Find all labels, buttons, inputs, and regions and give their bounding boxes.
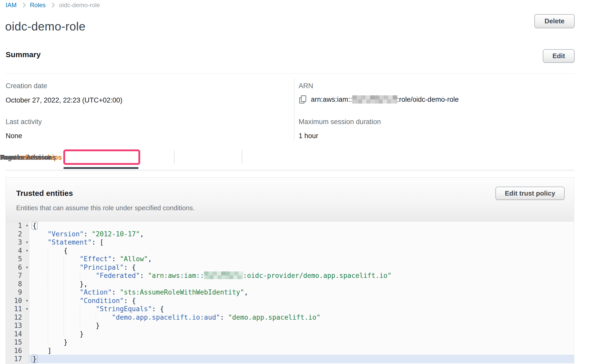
edit-summary-button[interactable]: Edit	[543, 49, 575, 63]
breadcrumb-chevron-icon	[21, 3, 26, 8]
field-arn: ARN arn:aws:iam:::role/oidc-demo-role	[299, 82, 459, 104]
code-line-2: 2"Version": "2012-10-17",	[6, 230, 574, 238]
arn-label: ARN	[299, 82, 459, 90]
line-number: 14	[6, 330, 29, 338]
indent-guide	[96, 314, 96, 321]
arn-value-prefix: arn:aws:iam::	[311, 96, 352, 104]
code-line-16: 16]	[6, 347, 574, 355]
code-line-empty	[6, 363, 574, 364]
trusted-entities-header: Trusted entities Entities that can assum…	[6, 178, 574, 221]
code-content: "Statement": [	[29, 238, 574, 247]
line-number: 10▾	[6, 297, 29, 305]
field-last-activity: Last activity None	[6, 118, 42, 140]
code-content: },	[29, 280, 574, 288]
copy-icon[interactable]	[299, 95, 307, 104]
indent-guide	[48, 289, 48, 296]
annotation-highlight-box	[63, 149, 140, 165]
code-content: "Federated": "arn:aws:iam:::oidc-provide…	[29, 271, 574, 280]
indent-guide	[48, 264, 48, 271]
line-number: 2	[6, 230, 29, 238]
max-session-value: 1 hour	[299, 132, 381, 140]
matched-bracket: {	[32, 221, 38, 230]
fold-arrow-icon[interactable]: ▾	[26, 296, 28, 305]
code-line-13: 13}	[6, 321, 574, 330]
breadcrumb-link-iam[interactable]: IAM	[6, 2, 17, 9]
code-line-6: 6▾"Principal": {	[6, 263, 574, 272]
tab-separator	[242, 150, 242, 164]
indent-guide	[48, 314, 48, 321]
creation-date-label: Creation date	[6, 82, 123, 90]
matched-bracket: }	[32, 355, 38, 363]
role-tabs: PermissionsTrust relationshipsTagsAccess…	[0, 150, 590, 170]
trust-policy-editor[interactable]: 1▾{2"Version": "2012-10-17",3▾"Statement…	[6, 221, 574, 364]
field-creation-date: Creation date October 27, 2022, 22:23 (U…	[6, 82, 123, 104]
field-max-session-duration: Maximum session duration 1 hour	[299, 118, 381, 140]
edit-trust-policy-button[interactable]: Edit trust policy	[495, 187, 565, 200]
line-number: 3▾	[6, 238, 29, 247]
summary-column-divider	[294, 77, 294, 140]
fold-arrow-icon[interactable]: ▾	[26, 305, 28, 313]
indent-guide	[64, 255, 64, 263]
line-number	[6, 363, 29, 364]
code-line-9: 9"Action": "sts:AssumeRoleWithWebIdentit…	[6, 288, 574, 297]
line-number: 5	[6, 255, 29, 263]
line-number: 6▾	[6, 263, 29, 272]
line-number: 15	[6, 338, 29, 347]
tab-revoke-sessions[interactable]: Revoke sessions	[0, 154, 56, 161]
indent-guide	[64, 305, 64, 313]
line-number: 8	[6, 280, 29, 288]
code-content: {	[29, 247, 574, 255]
code-content: }	[29, 321, 574, 330]
code-line-14: 14}	[6, 330, 574, 338]
breadcrumb-link-roles[interactable]: Roles	[30, 2, 46, 9]
indent-guide	[48, 330, 48, 338]
line-number: 16	[6, 347, 29, 355]
code-line-17: 17}	[6, 355, 574, 363]
trusted-entities-subtitle: Entities that can assume this role under…	[16, 204, 195, 212]
indent-guide	[64, 314, 64, 321]
redacted-account-id	[204, 271, 243, 279]
delete-button[interactable]: Delete	[534, 14, 575, 28]
indent-guide	[48, 297, 48, 305]
fold-arrow-icon[interactable]: ▾	[26, 221, 28, 230]
line-number: 12	[6, 313, 29, 322]
code-line-4: 4▾{	[6, 247, 574, 255]
line-number: 17	[6, 355, 29, 363]
tab-separator	[174, 150, 175, 164]
indent-guide	[64, 280, 64, 288]
fold-arrow-icon[interactable]: ▾	[26, 246, 28, 255]
indent-guide	[48, 272, 48, 279]
code-content: "Principal": {	[29, 263, 574, 272]
code-content: }	[29, 338, 574, 347]
creation-date-value: October 27, 2022, 22:23 (UTC+02:00)	[6, 96, 123, 104]
summary-heading: Summary	[6, 50, 41, 59]
line-number: 7	[6, 271, 29, 280]
indent-guide	[64, 322, 64, 329]
line-number: 11▾	[6, 305, 29, 313]
code-line-8: 8},	[6, 280, 574, 288]
tabs-bottom-border	[6, 170, 575, 170]
indent-guide	[48, 305, 48, 313]
code-content	[29, 363, 574, 364]
active-tab-underline	[64, 167, 138, 169]
code-content: ]	[29, 347, 574, 355]
code-content: "StringEquals": {	[29, 305, 574, 313]
trusted-entities-heading: Trusted entities	[16, 189, 73, 198]
breadcrumb: IAM Roles oidc-demo-role	[6, 2, 100, 9]
breadcrumb-chevron-icon	[50, 3, 55, 8]
indent-guide	[48, 322, 48, 329]
code-line-10: 10▾"Condition": {	[6, 297, 574, 305]
code-line-15: 15}	[6, 338, 574, 347]
fold-arrow-icon[interactable]: ▾	[26, 263, 28, 271]
indent-guide	[48, 255, 48, 263]
indent-guide	[80, 272, 80, 279]
code-content: "demo.app.spacelift.io:aud": "demo.app.s…	[29, 313, 574, 322]
indent-guide	[80, 314, 80, 321]
code-content: "Action": "sts:AssumeRoleWithWebIdentity…	[29, 288, 574, 297]
indent-guide	[64, 272, 64, 279]
code-line-3: 3▾"Statement": [	[6, 238, 574, 247]
line-number: 4▾	[6, 247, 29, 255]
indent-guide	[48, 247, 48, 255]
indent-guide	[64, 264, 64, 271]
fold-arrow-icon[interactable]: ▾	[26, 238, 28, 246]
